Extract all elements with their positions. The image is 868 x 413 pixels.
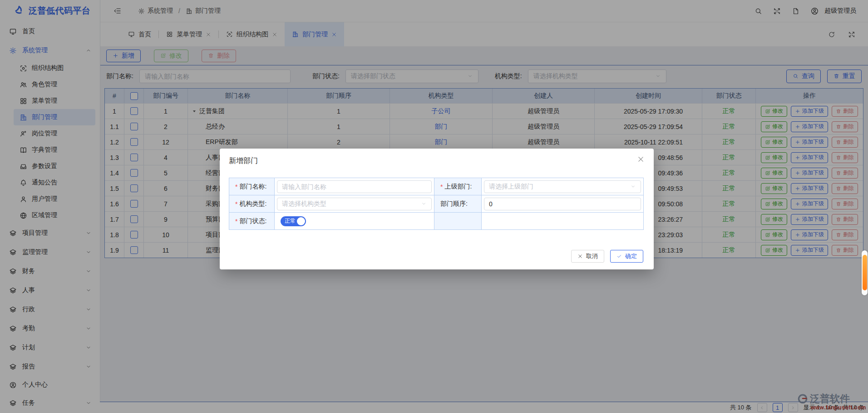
- modal-parent-dept-select[interactable]: 请选择上级部门: [484, 180, 641, 193]
- confirm-button[interactable]: 确定: [610, 250, 643, 263]
- required-asterisk: *: [235, 218, 237, 225]
- modal-footer: 取消 确定: [571, 250, 643, 263]
- cancel-button[interactable]: 取消: [571, 250, 604, 263]
- modal-dept-name-input[interactable]: [277, 180, 432, 193]
- add-department-modal: 新增部门 *部门名称: *上级部门: 请选择上级部门 *机构类型: 请选择机构类…: [220, 149, 654, 269]
- modal-org-type-select[interactable]: 请选择机构类型: [277, 198, 432, 210]
- chevron-down-icon: [630, 184, 636, 189]
- dept-status-label: *部门状态:: [229, 213, 275, 229]
- chevron-down-icon: [421, 201, 427, 207]
- required-asterisk: *: [235, 183, 237, 190]
- empty-field-cell: [482, 213, 643, 229]
- dept-name-label: *部门名称:: [229, 178, 275, 195]
- close-icon[interactable]: [637, 155, 645, 163]
- scrollbar-thumb[interactable]: [863, 255, 867, 290]
- parent-dept-label: *上级部门:: [434, 178, 482, 195]
- dept-order-field: [482, 195, 643, 213]
- parent-dept-field: 请选择上级部门: [482, 178, 643, 195]
- empty-label-cell: [434, 213, 482, 229]
- app-window: 泛普低代码平台 首页系统管理组织结构图角色管理菜单管理部门管理岗位管理字典管理参…: [0, 0, 868, 413]
- dept-status-field: 正常: [275, 213, 434, 229]
- toggle-knob: [297, 217, 305, 225]
- close-icon: [577, 254, 583, 259]
- dept-name-field: [275, 178, 434, 195]
- modal-title: 新增部门: [229, 156, 258, 166]
- org-type-field: 请选择机构类型: [275, 195, 434, 213]
- check-icon: [616, 254, 622, 259]
- modal-dept-order-input[interactable]: [484, 198, 641, 210]
- dept-order-label: 部门顺序:: [434, 195, 482, 213]
- status-toggle[interactable]: 正常: [281, 216, 306, 226]
- org-type-label: *机构类型:: [229, 195, 275, 213]
- modal-form: *部门名称: *上级部门: 请选择上级部门 *机构类型: 请选择机构类型 部门顺…: [229, 178, 644, 230]
- scrollbar-track[interactable]: [862, 250, 868, 295]
- required-asterisk: *: [235, 200, 237, 208]
- required-asterisk: *: [440, 183, 443, 190]
